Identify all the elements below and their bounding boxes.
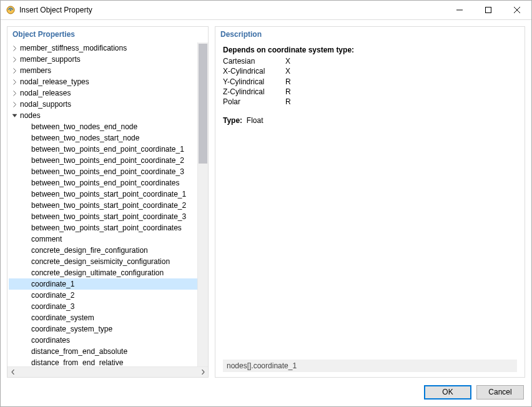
tree-item-label: concrete_design_ultimate_configuration bbox=[30, 268, 165, 277]
tree-item-label: between_two_points_end_point_coordinate_… bbox=[30, 145, 185, 154]
tree-item-label: coordinate_2 bbox=[30, 291, 76, 300]
tree-item-label: between_two_points_end_point_coordinate_… bbox=[30, 156, 185, 165]
dialog-content: Object Properties member_stiffness_modif… bbox=[1, 20, 531, 378]
chevron-down-icon bbox=[10, 113, 19, 119]
tree-item[interactable]: nodal_release_types bbox=[9, 76, 197, 87]
coord-val: X bbox=[285, 66, 290, 76]
tree-child-item[interactable]: concrete_design_seismicity_configuration bbox=[9, 256, 197, 267]
vertical-scrollbar[interactable] bbox=[197, 42, 208, 366]
chevron-right-icon bbox=[10, 68, 19, 74]
description-panel: Description Depends on coordinate system… bbox=[215, 26, 525, 378]
property-path: nodes[].coordinate_1 bbox=[223, 360, 517, 372]
coord-key: X-Cylindrical bbox=[223, 66, 285, 76]
tree-child-item[interactable]: between_two_nodes_end_node bbox=[9, 121, 197, 132]
coord-row: Z-CylindricalR bbox=[223, 87, 517, 97]
tree-item-label: coordinate_1 bbox=[30, 280, 76, 288]
coord-row: Y-CylindricalR bbox=[223, 77, 517, 87]
tree-child-item[interactable]: coordinate_2 bbox=[9, 290, 197, 301]
scroll-left-arrow[interactable] bbox=[7, 370, 18, 375]
tree-item-label: between_two_points_start_point_coordinat… bbox=[30, 212, 187, 221]
svg-point-1 bbox=[10, 9, 11, 11]
tree-item-label: coordinate_system_type bbox=[30, 325, 114, 333]
tree-item[interactable]: member_supports bbox=[9, 54, 197, 65]
horizontal-scrollbar[interactable] bbox=[7, 366, 208, 377]
cancel-button[interactable]: Cancel bbox=[476, 385, 524, 400]
description-title: Description bbox=[215, 27, 525, 42]
coord-row: PolarR bbox=[223, 97, 517, 107]
tree-wrap: member_stiffness_modificationsmember_sup… bbox=[7, 42, 208, 366]
tree-item-label: between_two_points_start_point_coordinat… bbox=[30, 201, 187, 210]
tree-child-item[interactable]: comment bbox=[9, 233, 197, 245]
coord-val: R bbox=[285, 77, 291, 87]
tree-child-item[interactable]: between_two_points_start_point_coordinat… bbox=[9, 211, 197, 222]
scroll-right-arrow[interactable] bbox=[197, 370, 208, 375]
tree-item-label: between_two_nodes_start_node bbox=[30, 134, 140, 142]
tree-child-item[interactable]: coordinate_3 bbox=[9, 301, 197, 312]
description-content: Depends on coordinate system type: Carte… bbox=[223, 45, 517, 360]
ok-button[interactable]: OK bbox=[424, 385, 471, 400]
scroll-thumb[interactable] bbox=[199, 44, 207, 164]
chevron-right-icon bbox=[10, 102, 19, 107]
tree-child-item[interactable]: coordinate_1 bbox=[9, 278, 197, 290]
coord-key: Polar bbox=[223, 97, 285, 107]
description-body: Depends on coordinate system type: Carte… bbox=[215, 42, 525, 377]
tree-child-item[interactable]: between_two_points_end_point_coordinate_… bbox=[9, 144, 197, 155]
window-title: Insert Object Property bbox=[19, 6, 445, 14]
chevron-right-icon bbox=[10, 79, 19, 85]
tree-child-item[interactable]: between_two_points_start_point_coordinat… bbox=[9, 189, 197, 200]
coord-row: CartesianX bbox=[223, 56, 517, 66]
dialog-footer: OK Cancel bbox=[1, 378, 531, 406]
tree-child-item[interactable]: distance_from_end_relative bbox=[9, 357, 197, 366]
tree-item-label: comment bbox=[30, 235, 63, 243]
tree-child-item[interactable]: distance_from_end_absolute bbox=[9, 346, 197, 357]
tree-child-item[interactable]: between_two_points_start_point_coordinat… bbox=[9, 200, 197, 211]
tree-item-label: coordinate_system bbox=[30, 313, 96, 322]
tree-item[interactable]: members bbox=[9, 65, 197, 76]
tree-item-label: distance_from_end_absolute bbox=[30, 347, 129, 356]
tree-child-item[interactable]: concrete_design_ultimate_configuration bbox=[9, 267, 197, 278]
tree-child-item[interactable]: between_two_points_end_point_coordinate_… bbox=[9, 155, 197, 166]
type-value: Float bbox=[247, 116, 264, 125]
tree-child-item[interactable]: between_two_points_end_point_coordinate_… bbox=[9, 166, 197, 177]
tree-item-label: members bbox=[19, 66, 52, 75]
coord-key: Cartesian bbox=[223, 56, 285, 66]
coord-val: X bbox=[285, 56, 290, 66]
tree-item-label: nodal_supports bbox=[19, 100, 72, 109]
svg-rect-3 bbox=[486, 7, 491, 13]
maximize-button[interactable] bbox=[474, 1, 503, 19]
coord-val: R bbox=[285, 97, 291, 107]
properties-tree[interactable]: member_stiffness_modificationsmember_sup… bbox=[7, 42, 197, 366]
tree-child-item[interactable]: between_two_points_end_point_coordinates bbox=[9, 177, 197, 189]
coord-row: X-CylindricalX bbox=[223, 66, 517, 76]
object-properties-title: Object Properties bbox=[7, 27, 208, 42]
tree-item-label: concrete_design_seismicity_configuration bbox=[30, 257, 171, 266]
coord-key: Y-Cylindrical bbox=[223, 77, 285, 87]
tree-item[interactable]: nodal_supports bbox=[9, 99, 197, 110]
tree-item[interactable]: nodal_releases bbox=[9, 87, 197, 99]
chevron-right-icon bbox=[10, 91, 19, 96]
tree-item-label: nodes bbox=[19, 111, 42, 120]
tree-child-item[interactable]: coordinate_system_type bbox=[9, 323, 197, 335]
tree-item-expanded[interactable]: nodes bbox=[9, 110, 197, 121]
chevron-right-icon bbox=[10, 46, 19, 51]
titlebar: Insert Object Property bbox=[1, 1, 531, 20]
tree-child-item[interactable]: coordinates bbox=[9, 335, 197, 346]
tree-item-label: between_two_points_start_point_coordinat… bbox=[30, 223, 183, 232]
tree-item-label: member_supports bbox=[19, 55, 82, 64]
close-button[interactable] bbox=[503, 1, 531, 19]
tree-child-item[interactable]: coordinate_system bbox=[9, 312, 197, 323]
tree-item-label: nodal_releases bbox=[19, 89, 72, 97]
app-icon bbox=[6, 5, 16, 15]
tree-child-item[interactable]: concrete_design_fire_configuration bbox=[9, 245, 197, 256]
window-buttons bbox=[445, 1, 531, 19]
tree-item-label: between_two_points_end_point_coordinates bbox=[30, 179, 181, 187]
minimize-button[interactable] bbox=[445, 1, 474, 19]
tree-item[interactable]: member_stiffness_modifications bbox=[9, 42, 197, 54]
tree-item-label: between_two_points_start_point_coordinat… bbox=[30, 190, 187, 199]
tree-child-item[interactable]: between_two_points_start_point_coordinat… bbox=[9, 222, 197, 233]
tree-item-label: between_two_points_end_point_coordinate_… bbox=[30, 167, 185, 176]
tree-item-label: concrete_design_fire_configuration bbox=[30, 246, 149, 255]
tree-item-label: distance_from_end_relative bbox=[30, 358, 124, 366]
coord-val: R bbox=[285, 87, 291, 97]
tree-child-item[interactable]: between_two_nodes_start_node bbox=[9, 132, 197, 144]
